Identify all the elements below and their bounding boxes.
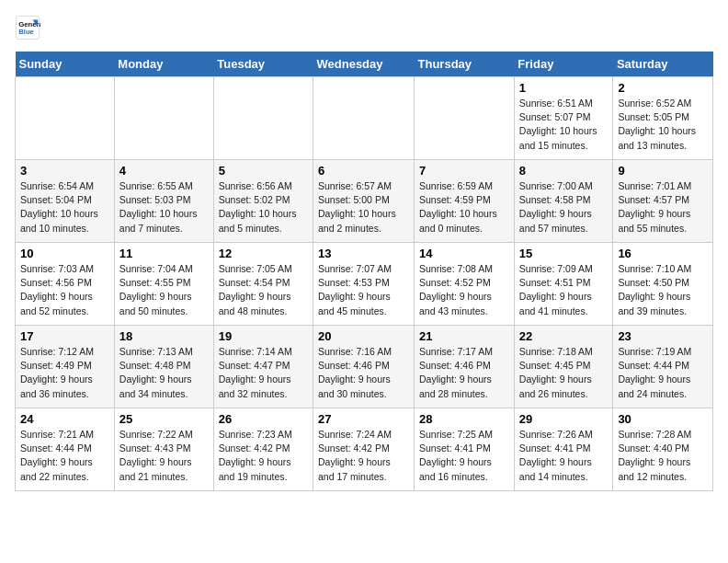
day-cell: [313, 77, 415, 160]
day-cell: 1Sunrise: 6:51 AM Sunset: 5:07 PM Daylig…: [514, 77, 613, 160]
day-number: 25: [119, 412, 209, 426]
calendar-header: SundayMondayTuesdayWednesdayThursdayFrid…: [16, 52, 713, 77]
week-row-1: 1Sunrise: 6:51 AM Sunset: 5:07 PM Daylig…: [16, 77, 713, 160]
day-info: Sunrise: 7:17 AM Sunset: 4:46 PM Dayligh…: [419, 345, 509, 401]
day-number: 16: [618, 247, 708, 260]
day-info: Sunrise: 6:52 AM Sunset: 5:05 PM Dayligh…: [618, 97, 708, 153]
day-number: 9: [618, 164, 708, 178]
day-info: Sunrise: 7:12 AM Sunset: 4:49 PM Dayligh…: [20, 345, 109, 401]
day-cell: 18Sunrise: 7:13 AM Sunset: 4:48 PM Dayli…: [114, 326, 213, 408]
day-cell: 2Sunrise: 6:52 AM Sunset: 5:05 PM Daylig…: [613, 77, 713, 160]
day-number: 2: [618, 81, 708, 95]
day-cell: 20Sunrise: 7:16 AM Sunset: 4:46 PM Dayli…: [313, 326, 415, 408]
day-cell: 19Sunrise: 7:14 AM Sunset: 4:47 PM Dayli…: [213, 326, 313, 408]
day-number: 19: [219, 329, 308, 343]
day-number: 27: [318, 412, 409, 426]
day-cell: [213, 77, 313, 160]
day-info: Sunrise: 7:14 AM Sunset: 4:47 PM Dayligh…: [219, 345, 308, 401]
day-cell: 26Sunrise: 7:23 AM Sunset: 4:42 PM Dayli…: [213, 408, 313, 491]
day-info: Sunrise: 7:03 AM Sunset: 4:56 PM Dayligh…: [20, 262, 109, 318]
header-row: SundayMondayTuesdayWednesdayThursdayFrid…: [16, 52, 713, 77]
day-number: 17: [20, 329, 109, 343]
day-number: 14: [419, 247, 509, 260]
day-cell: 6Sunrise: 6:57 AM Sunset: 5:00 PM Daylig…: [313, 160, 415, 243]
day-cell: 11Sunrise: 7:04 AM Sunset: 4:55 PM Dayli…: [114, 243, 213, 326]
day-cell: 28Sunrise: 7:25 AM Sunset: 4:41 PM Dayli…: [415, 408, 515, 491]
day-info: Sunrise: 7:10 AM Sunset: 4:50 PM Dayligh…: [618, 262, 708, 318]
day-number: 8: [519, 164, 609, 178]
day-info: Sunrise: 6:54 AM Sunset: 5:04 PM Dayligh…: [20, 179, 109, 236]
calendar-body: 1Sunrise: 6:51 AM Sunset: 5:07 PM Daylig…: [16, 77, 713, 491]
day-cell: 23Sunrise: 7:19 AM Sunset: 4:44 PM Dayli…: [613, 326, 713, 408]
day-cell: 29Sunrise: 7:26 AM Sunset: 4:41 PM Dayli…: [514, 408, 613, 491]
day-info: Sunrise: 7:05 AM Sunset: 4:54 PM Dayligh…: [219, 262, 308, 318]
day-info: Sunrise: 7:04 AM Sunset: 4:55 PM Dayligh…: [119, 262, 209, 318]
day-info: Sunrise: 7:16 AM Sunset: 4:46 PM Dayligh…: [318, 345, 409, 401]
weekday-header-tuesday: Tuesday: [213, 52, 313, 77]
day-cell: [114, 77, 213, 160]
day-info: Sunrise: 7:01 AM Sunset: 4:57 PM Dayligh…: [618, 179, 708, 236]
day-number: 18: [119, 329, 209, 343]
day-info: Sunrise: 6:59 AM Sunset: 4:59 PM Dayligh…: [419, 179, 509, 236]
logo-icon: General Blue: [15, 15, 40, 40]
day-number: 3: [20, 164, 109, 178]
day-number: 22: [519, 329, 609, 343]
day-cell: 8Sunrise: 7:00 AM Sunset: 4:58 PM Daylig…: [514, 160, 613, 243]
day-number: 6: [318, 164, 409, 178]
day-number: 10: [20, 247, 109, 260]
svg-text:Blue: Blue: [18, 28, 34, 36]
day-number: 23: [618, 329, 708, 343]
day-info: Sunrise: 6:57 AM Sunset: 5:00 PM Dayligh…: [318, 179, 409, 236]
day-cell: 21Sunrise: 7:17 AM Sunset: 4:46 PM Dayli…: [415, 326, 515, 408]
day-cell: 13Sunrise: 7:07 AM Sunset: 4:53 PM Dayli…: [313, 243, 415, 326]
day-number: 12: [219, 247, 308, 260]
day-cell: 3Sunrise: 6:54 AM Sunset: 5:04 PM Daylig…: [16, 160, 115, 243]
day-info: Sunrise: 7:00 AM Sunset: 4:58 PM Dayligh…: [519, 179, 609, 236]
weekday-header-thursday: Thursday: [415, 52, 515, 77]
day-cell: [16, 77, 115, 160]
day-info: Sunrise: 7:24 AM Sunset: 4:42 PM Dayligh…: [318, 428, 409, 484]
day-cell: 4Sunrise: 6:55 AM Sunset: 5:03 PM Daylig…: [114, 160, 213, 243]
week-row-4: 17Sunrise: 7:12 AM Sunset: 4:49 PM Dayli…: [16, 326, 713, 408]
day-cell: 22Sunrise: 7:18 AM Sunset: 4:45 PM Dayli…: [514, 326, 613, 408]
day-cell: [415, 77, 515, 160]
day-number: 21: [419, 329, 509, 343]
day-number: 28: [419, 412, 509, 426]
day-info: Sunrise: 7:08 AM Sunset: 4:52 PM Dayligh…: [419, 262, 509, 318]
week-row-3: 10Sunrise: 7:03 AM Sunset: 4:56 PM Dayli…: [16, 243, 713, 326]
calendar-table: SundayMondayTuesdayWednesdayThursdayFrid…: [15, 52, 713, 491]
day-info: Sunrise: 6:56 AM Sunset: 5:02 PM Dayligh…: [219, 179, 308, 236]
day-cell: 12Sunrise: 7:05 AM Sunset: 4:54 PM Dayli…: [213, 243, 313, 326]
day-info: Sunrise: 7:23 AM Sunset: 4:42 PM Dayligh…: [219, 428, 308, 484]
day-number: 1: [519, 81, 609, 95]
day-cell: 15Sunrise: 7:09 AM Sunset: 4:51 PM Dayli…: [514, 243, 613, 326]
day-info: Sunrise: 7:28 AM Sunset: 4:40 PM Dayligh…: [618, 428, 708, 484]
logo: General Blue: [15, 15, 44, 40]
day-number: 20: [318, 329, 409, 343]
day-info: Sunrise: 7:18 AM Sunset: 4:45 PM Dayligh…: [519, 345, 609, 401]
day-cell: 30Sunrise: 7:28 AM Sunset: 4:40 PM Dayli…: [613, 408, 713, 491]
day-info: Sunrise: 6:55 AM Sunset: 5:03 PM Dayligh…: [119, 179, 209, 236]
day-info: Sunrise: 7:22 AM Sunset: 4:43 PM Dayligh…: [119, 428, 209, 484]
day-cell: 10Sunrise: 7:03 AM Sunset: 4:56 PM Dayli…: [16, 243, 115, 326]
day-cell: 27Sunrise: 7:24 AM Sunset: 4:42 PM Dayli…: [313, 408, 415, 491]
day-info: Sunrise: 7:07 AM Sunset: 4:53 PM Dayligh…: [318, 262, 409, 318]
day-info: Sunrise: 7:26 AM Sunset: 4:41 PM Dayligh…: [519, 428, 609, 484]
day-info: Sunrise: 7:09 AM Sunset: 4:51 PM Dayligh…: [519, 262, 609, 318]
day-info: Sunrise: 7:21 AM Sunset: 4:44 PM Dayligh…: [20, 428, 109, 484]
day-info: Sunrise: 7:25 AM Sunset: 4:41 PM Dayligh…: [419, 428, 509, 484]
weekday-header-saturday: Saturday: [613, 52, 713, 77]
day-number: 15: [519, 247, 609, 260]
day-cell: 14Sunrise: 7:08 AM Sunset: 4:52 PM Dayli…: [415, 243, 515, 326]
day-number: 11: [119, 247, 209, 260]
day-cell: 16Sunrise: 7:10 AM Sunset: 4:50 PM Dayli…: [613, 243, 713, 326]
day-cell: 17Sunrise: 7:12 AM Sunset: 4:49 PM Dayli…: [16, 326, 115, 408]
day-number: 13: [318, 247, 409, 260]
week-row-5: 24Sunrise: 7:21 AM Sunset: 4:44 PM Dayli…: [16, 408, 713, 491]
day-cell: 7Sunrise: 6:59 AM Sunset: 4:59 PM Daylig…: [415, 160, 515, 243]
day-cell: 9Sunrise: 7:01 AM Sunset: 4:57 PM Daylig…: [613, 160, 713, 243]
day-number: 29: [519, 412, 609, 426]
day-info: Sunrise: 7:19 AM Sunset: 4:44 PM Dayligh…: [618, 345, 708, 401]
day-cell: 25Sunrise: 7:22 AM Sunset: 4:43 PM Dayli…: [114, 408, 213, 491]
day-info: Sunrise: 6:51 AM Sunset: 5:07 PM Dayligh…: [519, 97, 609, 153]
